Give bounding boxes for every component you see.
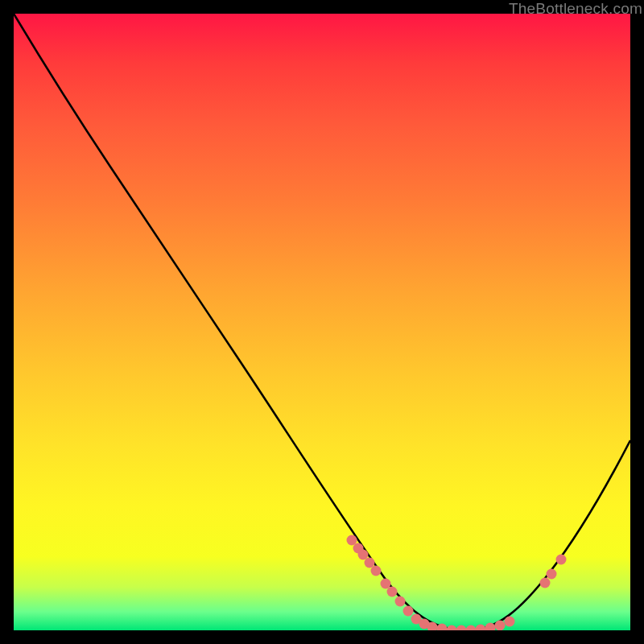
curve-marker [447,625,457,631]
bottleneck-curve-path [14,14,630,630]
curve-marker [387,587,398,597]
curve-marker [540,578,551,588]
curve-marker [371,566,382,576]
curve-marker [495,621,506,631]
curve-marker [556,555,567,565]
marker-group [347,535,567,631]
curve-marker [476,625,486,631]
curve-marker [395,597,406,607]
curve-marker [466,625,477,631]
bottleneck-chart [14,14,630,630]
curve-marker [456,625,467,631]
curve-marker [403,606,414,617]
curve-marker [505,617,515,627]
curve-marker [547,569,557,580]
chart-frame [14,14,630,630]
